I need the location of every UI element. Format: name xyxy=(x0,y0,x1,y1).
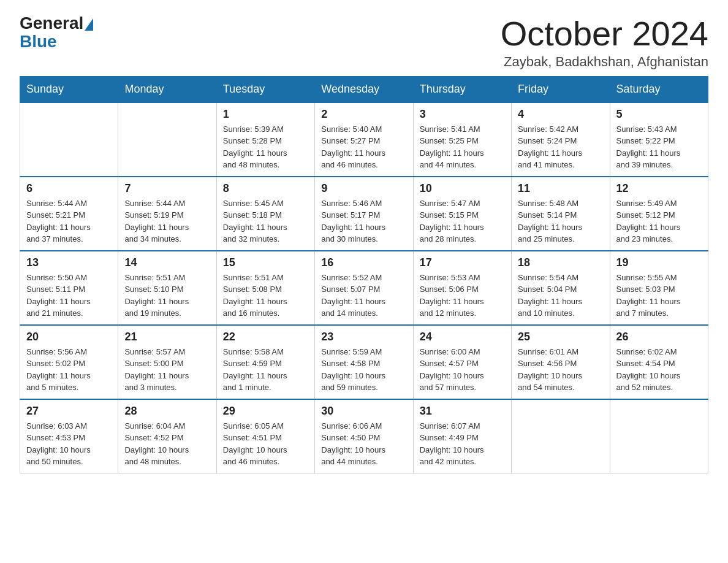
calendar-cell: 3Sunrise: 5:41 AMSunset: 5:25 PMDaylight… xyxy=(413,102,511,177)
calendar-cell: 30Sunrise: 6:06 AMSunset: 4:50 PMDayligh… xyxy=(315,399,413,473)
calendar-cell: 31Sunrise: 6:07 AMSunset: 4:49 PMDayligh… xyxy=(413,399,511,473)
day-number: 4 xyxy=(518,108,603,121)
calendar-cell: 22Sunrise: 5:58 AMSunset: 4:59 PMDayligh… xyxy=(216,325,314,399)
calendar-cell: 16Sunrise: 5:52 AMSunset: 5:07 PMDayligh… xyxy=(315,251,413,325)
day-info: Sunrise: 5:53 AMSunset: 5:06 PMDaylight:… xyxy=(420,272,505,320)
weekday-header-saturday: Saturday xyxy=(610,76,708,102)
day-number: 29 xyxy=(223,405,308,418)
logo-triangle-icon xyxy=(85,18,93,31)
day-number: 28 xyxy=(124,405,210,418)
calendar-cell: 23Sunrise: 5:59 AMSunset: 4:58 PMDayligh… xyxy=(315,325,413,399)
day-info: Sunrise: 5:39 AMSunset: 5:28 PMDaylight:… xyxy=(223,123,308,171)
day-number: 6 xyxy=(26,182,112,195)
day-number: 15 xyxy=(223,256,308,269)
calendar-cell: 10Sunrise: 5:47 AMSunset: 5:15 PMDayligh… xyxy=(413,177,511,251)
calendar-cell: 15Sunrise: 5:51 AMSunset: 5:08 PMDayligh… xyxy=(216,251,314,325)
day-info: Sunrise: 5:43 AMSunset: 5:22 PMDaylight:… xyxy=(616,123,702,171)
day-info: Sunrise: 6:06 AMSunset: 4:50 PMDaylight:… xyxy=(321,420,406,468)
day-info: Sunrise: 5:49 AMSunset: 5:12 PMDaylight:… xyxy=(616,197,702,245)
day-number: 13 xyxy=(26,256,112,269)
calendar-cell: 21Sunrise: 5:57 AMSunset: 5:00 PMDayligh… xyxy=(118,325,216,399)
location-subtitle: Zaybak, Badakhshan, Afghanistan xyxy=(501,54,708,70)
day-info: Sunrise: 6:04 AMSunset: 4:52 PMDaylight:… xyxy=(124,420,210,468)
calendar-cell: 4Sunrise: 5:42 AMSunset: 5:24 PMDaylight… xyxy=(512,102,610,177)
calendar-cell: 6Sunrise: 5:44 AMSunset: 5:21 PMDaylight… xyxy=(20,177,118,251)
day-info: Sunrise: 6:07 AMSunset: 4:49 PMDaylight:… xyxy=(420,420,505,468)
calendar-week-row: 6Sunrise: 5:44 AMSunset: 5:21 PMDaylight… xyxy=(20,177,708,251)
calendar-cell: 7Sunrise: 5:44 AMSunset: 5:19 PMDaylight… xyxy=(118,177,216,251)
calendar-week-row: 27Sunrise: 6:03 AMSunset: 4:53 PMDayligh… xyxy=(20,399,708,473)
calendar-cell: 12Sunrise: 5:49 AMSunset: 5:12 PMDayligh… xyxy=(610,177,708,251)
day-info: Sunrise: 5:56 AMSunset: 5:02 PMDaylight:… xyxy=(26,346,112,394)
month-title: October 2024 xyxy=(501,15,708,53)
day-number: 22 xyxy=(223,331,308,343)
calendar-cell: 2Sunrise: 5:40 AMSunset: 5:27 PMDaylight… xyxy=(315,102,413,177)
day-info: Sunrise: 6:05 AMSunset: 4:51 PMDaylight:… xyxy=(223,420,308,468)
calendar-cell: 20Sunrise: 5:56 AMSunset: 5:02 PMDayligh… xyxy=(20,325,118,399)
calendar-cell: 8Sunrise: 5:45 AMSunset: 5:18 PMDaylight… xyxy=(216,177,314,251)
calendar-cell xyxy=(118,102,216,177)
weekday-header-sunday: Sunday xyxy=(20,76,118,102)
day-number: 8 xyxy=(223,182,308,195)
day-number: 26 xyxy=(616,331,702,343)
day-number: 9 xyxy=(321,182,406,195)
day-number: 18 xyxy=(518,256,603,269)
calendar-cell: 9Sunrise: 5:46 AMSunset: 5:17 PMDaylight… xyxy=(315,177,413,251)
calendar-week-row: 20Sunrise: 5:56 AMSunset: 5:02 PMDayligh… xyxy=(20,325,708,399)
day-number: 30 xyxy=(321,405,406,418)
calendar-cell: 28Sunrise: 6:04 AMSunset: 4:52 PMDayligh… xyxy=(118,399,216,473)
day-info: Sunrise: 5:44 AMSunset: 5:21 PMDaylight:… xyxy=(26,197,112,245)
day-info: Sunrise: 5:42 AMSunset: 5:24 PMDaylight:… xyxy=(518,123,603,171)
calendar-cell: 17Sunrise: 5:53 AMSunset: 5:06 PMDayligh… xyxy=(413,251,511,325)
day-number: 5 xyxy=(616,108,702,121)
day-info: Sunrise: 5:46 AMSunset: 5:17 PMDaylight:… xyxy=(321,197,406,245)
calendar-cell xyxy=(512,399,610,473)
weekday-header-friday: Friday xyxy=(512,76,610,102)
day-info: Sunrise: 5:59 AMSunset: 4:58 PMDaylight:… xyxy=(321,346,406,394)
calendar-week-row: 1Sunrise: 5:39 AMSunset: 5:28 PMDaylight… xyxy=(20,102,708,177)
day-number: 14 xyxy=(124,256,210,269)
calendar-table: SundayMondayTuesdayWednesdayThursdayFrid… xyxy=(20,76,708,473)
day-info: Sunrise: 5:41 AMSunset: 5:25 PMDaylight:… xyxy=(420,123,505,171)
day-number: 20 xyxy=(26,331,112,343)
calendar-cell: 29Sunrise: 6:05 AMSunset: 4:51 PMDayligh… xyxy=(216,399,314,473)
day-info: Sunrise: 5:44 AMSunset: 5:19 PMDaylight:… xyxy=(124,197,210,245)
day-info: Sunrise: 6:01 AMSunset: 4:56 PMDaylight:… xyxy=(518,346,603,394)
day-info: Sunrise: 5:55 AMSunset: 5:03 PMDaylight:… xyxy=(616,272,702,320)
day-number: 3 xyxy=(420,108,505,121)
logo-general-text: General xyxy=(20,15,83,32)
day-number: 31 xyxy=(420,405,505,418)
day-info: Sunrise: 5:45 AMSunset: 5:18 PMDaylight:… xyxy=(223,197,308,245)
day-number: 7 xyxy=(124,182,210,195)
day-info: Sunrise: 6:03 AMSunset: 4:53 PMDaylight:… xyxy=(26,420,112,468)
day-info: Sunrise: 5:51 AMSunset: 5:10 PMDaylight:… xyxy=(124,272,210,320)
weekday-header-wednesday: Wednesday xyxy=(315,76,413,102)
day-number: 23 xyxy=(321,331,406,343)
weekday-header-row: SundayMondayTuesdayWednesdayThursdayFrid… xyxy=(20,76,708,102)
day-info: Sunrise: 5:47 AMSunset: 5:15 PMDaylight:… xyxy=(420,197,505,245)
calendar-week-row: 13Sunrise: 5:50 AMSunset: 5:11 PMDayligh… xyxy=(20,251,708,325)
day-number: 2 xyxy=(321,108,406,121)
logo: General Blue xyxy=(20,15,94,52)
day-info: Sunrise: 5:51 AMSunset: 5:08 PMDaylight:… xyxy=(223,272,308,320)
day-info: Sunrise: 6:00 AMSunset: 4:57 PMDaylight:… xyxy=(420,346,505,394)
calendar-cell: 26Sunrise: 6:02 AMSunset: 4:54 PMDayligh… xyxy=(610,325,708,399)
calendar-cell: 1Sunrise: 5:39 AMSunset: 5:28 PMDaylight… xyxy=(216,102,314,177)
calendar-cell xyxy=(610,399,708,473)
day-info: Sunrise: 5:40 AMSunset: 5:27 PMDaylight:… xyxy=(321,123,406,171)
calendar-cell: 27Sunrise: 6:03 AMSunset: 4:53 PMDayligh… xyxy=(20,399,118,473)
calendar-cell: 25Sunrise: 6:01 AMSunset: 4:56 PMDayligh… xyxy=(512,325,610,399)
day-info: Sunrise: 5:54 AMSunset: 5:04 PMDaylight:… xyxy=(518,272,603,320)
day-info: Sunrise: 5:57 AMSunset: 5:00 PMDaylight:… xyxy=(124,346,210,394)
day-number: 27 xyxy=(26,405,112,418)
day-number: 21 xyxy=(124,331,210,343)
day-number: 25 xyxy=(518,331,603,343)
logo-blue-text: Blue xyxy=(20,32,57,52)
weekday-header-monday: Monday xyxy=(118,76,216,102)
day-info: Sunrise: 5:58 AMSunset: 4:59 PMDaylight:… xyxy=(223,346,308,394)
calendar-cell xyxy=(20,102,118,177)
day-number: 16 xyxy=(321,256,406,269)
page-header: General Blue October 2024 Zaybak, Badakh… xyxy=(20,15,708,70)
calendar-cell: 11Sunrise: 5:48 AMSunset: 5:14 PMDayligh… xyxy=(512,177,610,251)
calendar-cell: 24Sunrise: 6:00 AMSunset: 4:57 PMDayligh… xyxy=(413,325,511,399)
